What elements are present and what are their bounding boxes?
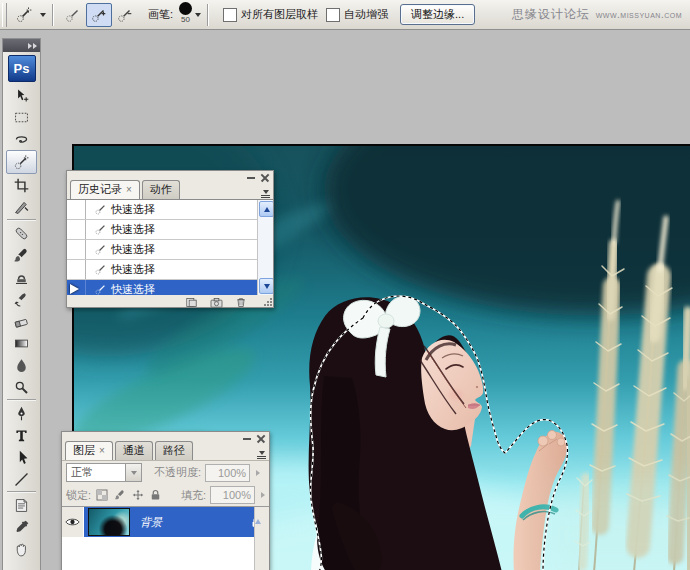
brush-dropdown-icon[interactable] xyxy=(195,13,201,17)
history-tabs: 历史记录 × 动作 xyxy=(67,182,273,199)
history-scrollbar[interactable] xyxy=(257,200,273,295)
new-snapshot-icon[interactable] xyxy=(210,297,223,308)
layers-scrollbar[interactable] xyxy=(254,507,269,570)
lock-all-button[interactable] xyxy=(149,489,163,502)
brush-preview[interactable]: 50 xyxy=(179,0,192,31)
history-list: 快速选择 快速选择 快速选择 快速选择 快速选择 xyxy=(67,199,273,295)
history-step[interactable]: 快速选择 xyxy=(67,260,273,280)
eye-icon xyxy=(65,517,80,527)
history-step-selected[interactable]: 快速选择 xyxy=(67,280,273,295)
tool-dodge[interactable] xyxy=(7,376,36,398)
tab-paths[interactable]: 路径 xyxy=(155,441,193,460)
tools-panel-collapse[interactable] xyxy=(3,39,40,52)
tools-separator xyxy=(7,491,36,493)
tool-move[interactable] xyxy=(7,84,36,106)
tool-preset-dropdown-icon[interactable] xyxy=(40,13,46,17)
panel-menu-icon[interactable] xyxy=(257,451,266,460)
tool-pen[interactable] xyxy=(7,402,36,424)
tool-quick-selection[interactable] xyxy=(6,150,37,174)
delete-state-icon[interactable] xyxy=(235,296,247,308)
tool-history-brush[interactable] xyxy=(7,288,36,310)
blend-mode-value: 正常 xyxy=(67,465,125,480)
tool-eraser[interactable] xyxy=(7,310,36,332)
new-selection-button[interactable] xyxy=(60,3,86,27)
tool-brush[interactable] xyxy=(7,244,36,266)
history-source-well[interactable] xyxy=(67,280,86,295)
new-document-from-state-icon[interactable] xyxy=(185,297,198,308)
healing-brush-icon xyxy=(13,225,30,242)
tab-actions[interactable]: 动作 xyxy=(142,180,180,199)
tab-close-icon[interactable]: × xyxy=(126,184,132,195)
tool-crop[interactable] xyxy=(7,174,36,196)
blend-mode-select[interactable]: 正常 xyxy=(66,463,142,482)
ps-logo: Ps xyxy=(8,55,36,82)
history-source-well[interactable] xyxy=(67,240,86,259)
lock-transparency-button[interactable] xyxy=(95,489,109,502)
tool-healing-brush[interactable] xyxy=(7,222,36,244)
history-source-well[interactable] xyxy=(67,220,86,239)
brush-dot-icon xyxy=(179,2,192,15)
watermark: 思缘设计论坛 www.missyuan.com xyxy=(512,6,682,23)
tab-channels[interactable]: 通道 xyxy=(115,441,153,460)
history-step-label: 快速选择 xyxy=(111,282,155,295)
history-source-well[interactable] xyxy=(67,200,86,219)
refine-edge-button[interactable]: 调整边缘... xyxy=(400,4,475,25)
tab-history-label: 历史记录 xyxy=(78,182,122,197)
layer-visibility-toggle[interactable] xyxy=(62,507,84,537)
tool-lasso[interactable] xyxy=(7,128,36,150)
tool-notes[interactable] xyxy=(7,494,36,516)
new-selection-icon xyxy=(64,6,82,24)
tab-history[interactable]: 历史记录 × xyxy=(70,180,140,199)
add-to-selection-button[interactable] xyxy=(86,3,112,27)
path-selection-icon xyxy=(13,449,30,466)
close-icon[interactable] xyxy=(257,435,265,443)
tool-preset-picker[interactable] xyxy=(11,3,37,27)
tool-gradient[interactable] xyxy=(7,332,36,354)
tool-blur[interactable] xyxy=(7,354,36,376)
sample-all-layers-checkbox[interactable] xyxy=(223,8,237,22)
tab-actions-label: 动作 xyxy=(150,182,172,197)
history-source-well[interactable] xyxy=(67,260,86,279)
tool-hand[interactable] xyxy=(7,538,36,560)
history-step[interactable]: 快速选择 xyxy=(67,240,273,260)
layer-name: 背景 xyxy=(140,515,251,530)
tool-line[interactable] xyxy=(7,468,36,490)
fill-field[interactable]: 100% xyxy=(210,486,255,504)
panel-resize-grip[interactable] xyxy=(263,297,272,306)
move-icon xyxy=(13,87,30,104)
auto-enhance-label: 自动增强 xyxy=(344,7,388,22)
history-step[interactable]: 快速选择 xyxy=(67,220,273,240)
layer-thumbnail[interactable] xyxy=(88,508,130,536)
minimize-icon[interactable] xyxy=(247,177,255,179)
lock-pixels-button[interactable] xyxy=(113,489,127,502)
tool-eyedropper[interactable] xyxy=(7,516,36,538)
add-to-selection-icon xyxy=(90,6,108,24)
slice-icon xyxy=(13,199,30,216)
brush-size: 50 xyxy=(181,15,190,24)
tool-rectangular-marquee[interactable] xyxy=(7,106,36,128)
tool-slice[interactable] xyxy=(7,196,36,218)
brush-icon xyxy=(13,247,30,264)
scroll-up-button[interactable] xyxy=(259,201,273,217)
pen-icon xyxy=(13,405,30,422)
tool-type[interactable] xyxy=(7,424,36,446)
tool-path-selection[interactable] xyxy=(7,446,36,468)
auto-enhance-checkbox[interactable] xyxy=(326,8,340,22)
history-step[interactable]: 快速选择 xyxy=(67,200,273,220)
tab-layers[interactable]: 图层 × xyxy=(65,441,113,460)
lock-position-button[interactable] xyxy=(131,489,145,502)
tool-clone-stamp[interactable] xyxy=(7,266,36,288)
opacity-field[interactable]: 100% xyxy=(205,464,250,482)
fill-value: 100% xyxy=(223,489,251,501)
close-icon[interactable] xyxy=(261,174,269,182)
subtract-from-selection-button[interactable] xyxy=(112,3,138,27)
clone-stamp-icon xyxy=(13,269,30,286)
panel-menu-icon[interactable] xyxy=(261,190,270,199)
scroll-up-icon xyxy=(264,207,270,212)
tab-close-icon[interactable]: × xyxy=(99,445,105,456)
history-step-label: 快速选择 xyxy=(111,242,155,257)
minimize-icon[interactable] xyxy=(243,438,251,440)
layer-row-background[interactable]: 背景 xyxy=(62,507,269,537)
notes-icon xyxy=(13,497,30,514)
scroll-down-button[interactable] xyxy=(259,278,273,294)
